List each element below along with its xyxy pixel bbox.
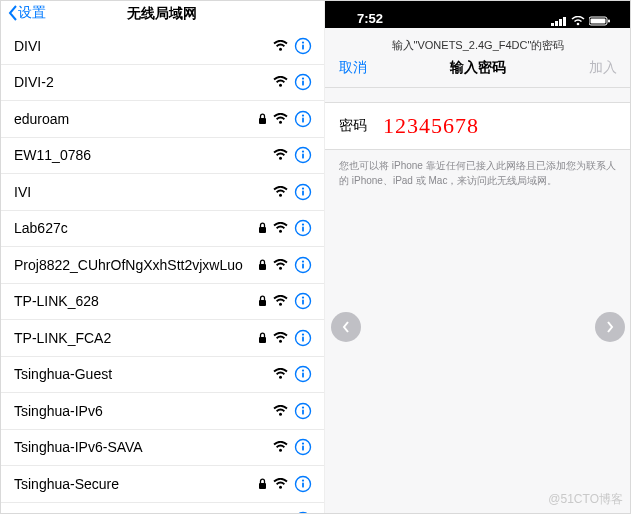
wifi-network-row[interactable]: Tsinghua-Secure	[0, 466, 324, 503]
status-bar: 7:52	[325, 0, 631, 28]
svg-point-43	[302, 370, 304, 372]
wifi-network-row[interactable]: IVI	[0, 174, 324, 211]
info-button[interactable]	[294, 256, 312, 274]
svg-point-15	[302, 151, 304, 153]
wifi-row-icons	[257, 365, 312, 383]
wifi-icon	[273, 113, 288, 125]
svg-rect-30	[302, 263, 304, 268]
wifi-network-row[interactable]: DIVI-2	[0, 65, 324, 102]
info-button[interactable]	[294, 475, 312, 493]
wifi-network-row[interactable]: DIVI	[0, 28, 324, 65]
svg-point-54	[279, 485, 282, 488]
modal-toolbar: 取消 输入密码 加入	[325, 59, 631, 88]
svg-rect-69	[591, 19, 606, 24]
wifi-network-row[interactable]: TP-LINK_FCA2	[0, 320, 324, 357]
modal-subtitle: 输入"VONETS_2.4G_F4DC"的密码	[325, 28, 631, 59]
cancel-button[interactable]: 取消	[339, 59, 367, 77]
wifi-name: Lab627c	[14, 220, 257, 236]
wifi-icon	[273, 478, 288, 490]
svg-rect-66	[563, 17, 566, 26]
info-button[interactable]	[294, 183, 312, 201]
info-button[interactable]	[294, 37, 312, 55]
wifi-row-icons	[257, 292, 312, 310]
info-icon	[294, 219, 312, 237]
wifi-name: DIVI-2	[14, 74, 257, 90]
wifi-name: Proj8822_CUhrOfNgXxhStt2vjxwLuo	[14, 257, 257, 273]
svg-rect-36	[259, 337, 266, 343]
wifi-network-row[interactable]: Lab627c	[0, 211, 324, 248]
wifi-icon	[273, 149, 288, 161]
svg-point-67	[577, 23, 580, 26]
svg-rect-52	[302, 446, 304, 451]
wifi-row-icons	[257, 329, 312, 347]
wifi-network-row[interactable]: Proj8822_CUhrOfNgXxhStt2vjxwLuo	[0, 247, 324, 284]
hint-text: 您也可以将 iPhone 靠近任何已接入此网络且已添加您为联系人的 iPhone…	[325, 150, 631, 196]
svg-point-4	[279, 84, 282, 87]
back-button[interactable]: 设置	[8, 4, 46, 22]
lock-icon	[258, 113, 267, 125]
wifi-icon	[273, 295, 288, 307]
info-button[interactable]	[294, 329, 312, 347]
info-button[interactable]	[294, 73, 312, 91]
info-icon	[294, 37, 312, 55]
info-button[interactable]	[294, 438, 312, 456]
info-icon	[294, 73, 312, 91]
svg-point-41	[279, 376, 282, 379]
svg-rect-16	[302, 154, 304, 159]
svg-point-56	[302, 479, 304, 481]
svg-rect-64	[555, 21, 558, 26]
join-button[interactable]: 加入	[589, 59, 617, 77]
wifi-row-icons	[257, 219, 312, 237]
svg-rect-20	[302, 190, 304, 195]
wifi-status-icon	[571, 16, 585, 26]
wifi-row-icons	[257, 438, 312, 456]
svg-point-24	[302, 224, 304, 226]
wifi-network-row[interactable]: Tsinghua-IPv6-SAVA	[0, 430, 324, 467]
info-button[interactable]	[294, 292, 312, 310]
info-icon	[294, 329, 312, 347]
wifi-network-row[interactable]: TP-LINK_628	[0, 284, 324, 321]
wifi-name: eduroam	[14, 111, 257, 127]
back-label: 设置	[18, 4, 46, 22]
info-button[interactable]	[294, 219, 312, 237]
wifi-name: Tsinghua-Secure	[14, 476, 257, 492]
password-field[interactable]: 12345678	[383, 113, 479, 139]
wifi-network-row[interactable]: VONETS_2.4G_F4DC	[0, 503, 324, 515]
wifi-row-icons	[257, 146, 312, 164]
wifi-network-row[interactable]: EW11_0786	[0, 138, 324, 175]
wifi-icon	[273, 332, 288, 344]
pager	[325, 312, 631, 342]
wifi-network-list[interactable]: DIVIDIVI-2eduroamEW11_0786IVILab627cProj…	[0, 28, 324, 514]
svg-rect-21	[259, 227, 266, 233]
password-modal: 输入"VONETS_2.4G_F4DC"的密码 取消 输入密码 加入 密码 12…	[325, 28, 631, 514]
wifi-network-row[interactable]: Tsinghua-IPv6	[0, 393, 324, 430]
svg-point-9	[279, 120, 282, 123]
next-button[interactable]	[595, 312, 625, 342]
wifi-row-icons	[257, 37, 312, 55]
info-button[interactable]	[294, 146, 312, 164]
wifi-row-icons	[257, 183, 312, 201]
wifi-name: Tsinghua-Guest	[14, 366, 257, 382]
svg-point-32	[279, 303, 282, 306]
info-button[interactable]	[294, 110, 312, 128]
wifi-icon	[273, 186, 288, 198]
svg-point-37	[279, 339, 282, 342]
wifi-network-row[interactable]: Tsinghua-Guest	[0, 357, 324, 394]
prev-button[interactable]	[331, 312, 361, 342]
svg-point-45	[279, 412, 282, 415]
svg-point-39	[302, 333, 304, 335]
wifi-network-row[interactable]: eduroam	[0, 101, 324, 138]
password-row[interactable]: 密码 12345678	[325, 102, 631, 150]
wifi-row-icons	[257, 256, 312, 274]
svg-rect-3	[302, 44, 304, 49]
wifi-icon	[273, 76, 288, 88]
svg-point-34	[302, 297, 304, 299]
info-button[interactable]	[294, 402, 312, 420]
info-icon	[294, 183, 312, 201]
wifi-icon	[273, 405, 288, 417]
wifi-icon	[273, 40, 288, 52]
wifi-row-icons	[257, 73, 312, 91]
chevron-left-icon	[8, 5, 18, 21]
info-button[interactable]	[294, 365, 312, 383]
wifi-row-icons	[257, 402, 312, 420]
